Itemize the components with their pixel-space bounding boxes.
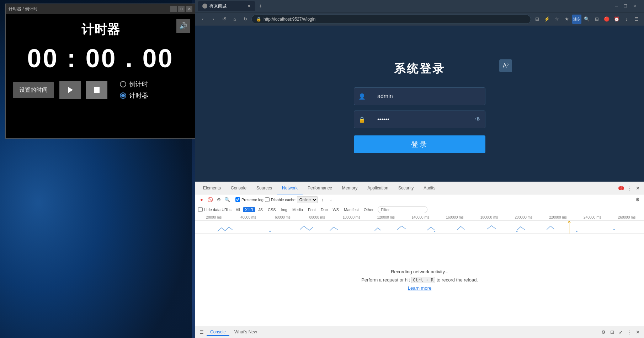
devtools-close2-button[interactable]: ✕: [634, 329, 641, 336]
timer-heading: 计时器: [81, 21, 120, 38]
clock-button[interactable]: ⏰: [612, 15, 621, 24]
bottom-tab-console[interactable]: Console: [207, 329, 229, 336]
devtools-tab-application[interactable]: Application: [362, 182, 393, 194]
devtools-tab-performance[interactable]: Performance: [303, 182, 337, 194]
timer-radio-item[interactable]: 计时器: [120, 91, 148, 100]
nav-refresh-button[interactable]: ↺: [219, 15, 229, 24]
learn-more-link[interactable]: Learn more: [408, 285, 431, 291]
filter-doc[interactable]: Doc: [319, 207, 330, 212]
login-button[interactable]: 登录: [354, 135, 485, 153]
devtools-more-button[interactable]: ⋮: [626, 185, 633, 192]
eye-icon[interactable]: 👁: [475, 116, 481, 123]
lock-input-icon: 🔒: [358, 116, 366, 123]
devtools-toolbar: ● 🚫 ⊝ 🔍 Preserve log Disable cache Onlin…: [195, 194, 644, 205]
close-button[interactable]: ✕: [186, 6, 192, 12]
stop-icon: [93, 86, 100, 93]
menu-button[interactable]: ☰: [632, 15, 641, 24]
filter-xhr[interactable]: XHR: [243, 207, 255, 212]
devtools-close-button[interactable]: ✕: [634, 185, 641, 192]
hide-data-urls-checkbox[interactable]: Hide data URLs: [198, 207, 231, 212]
devtools-dock-button[interactable]: ⊡: [608, 329, 616, 336]
throttle-select[interactable]: Online: [297, 196, 318, 203]
bottom-tab-whatsnew[interactable]: What's New: [231, 329, 261, 336]
filter-manifest[interactable]: Manifest: [342, 207, 361, 212]
filter-ws[interactable]: WS: [330, 207, 341, 212]
preserve-log-checkbox[interactable]: Preserve log: [235, 197, 264, 202]
search-network-button[interactable]: 🔍: [224, 196, 231, 203]
browser-tab-active[interactable]: 有来商城 ✕: [198, 1, 255, 11]
stop-button[interactable]: [86, 81, 107, 99]
bookmark-button[interactable]: ⚡: [542, 15, 552, 24]
tab-close-button[interactable]: ✕: [247, 4, 251, 9]
devtools-controls: 3 ⋮ ✕: [618, 185, 641, 192]
devtools-undock-button[interactable]: ⤢: [617, 329, 624, 336]
filter-img[interactable]: Img: [279, 207, 289, 212]
countdown-radio-item[interactable]: 倒计时: [120, 80, 148, 88]
browser-window-controls: ─ ❐ ✕: [613, 2, 638, 10]
settings-network-button[interactable]: ⚙: [634, 196, 641, 203]
disable-cache-checkbox[interactable]: Disable cache: [265, 197, 296, 202]
set-time-button[interactable]: 设置的时间: [13, 82, 54, 98]
extensions-button[interactable]: ⊞: [532, 15, 542, 24]
translate-button[interactable]: A²: [499, 59, 512, 72]
play-button[interactable]: [59, 81, 81, 99]
nav-reload-button[interactable]: ↻: [241, 15, 250, 24]
new-tab-button[interactable]: +: [256, 1, 266, 11]
browser-close-button[interactable]: ✕: [630, 2, 638, 10]
clear-button[interactable]: 🚫: [207, 196, 214, 203]
timeline-labels: 20000 ms 40000 ms 60000 ms 80000 ms 1000…: [195, 214, 644, 221]
login-title: 系统登录: [394, 61, 445, 77]
browser-restore-button[interactable]: ❐: [622, 2, 629, 10]
devtools-more2-button[interactable]: ⋮: [626, 329, 633, 336]
upload-button[interactable]: ↑: [319, 196, 326, 203]
tl-140000: 140000 ms: [403, 215, 438, 219]
hide-data-urls-label: Hide data URLs: [204, 208, 231, 212]
devtools-tab-memory[interactable]: Memory: [337, 182, 362, 194]
filter-font[interactable]: Font: [306, 207, 318, 212]
password-input[interactable]: 🔒 •••••• 👁: [354, 111, 485, 128]
disable-cache-label: Disable cache: [271, 198, 296, 202]
disable-cache-input: [265, 197, 270, 202]
devtools-tab-audits[interactable]: Audits: [419, 182, 440, 194]
tl-200000: 200000 ms: [506, 215, 541, 219]
devtools-bottom-menu[interactable]: ☰: [198, 329, 205, 336]
nav-home-button[interactable]: ⌂: [230, 15, 239, 24]
filter-input[interactable]: [378, 206, 427, 213]
devtools-tab-sources[interactable]: Sources: [251, 182, 277, 194]
keyboard-shortcut: Ctrl + R: [411, 277, 435, 283]
record-button[interactable]: ●: [198, 196, 205, 203]
filter-css[interactable]: CSS: [266, 207, 278, 212]
notification-button[interactable]: 🔴: [602, 15, 611, 24]
filter-other[interactable]: Other: [362, 207, 376, 212]
star-filled-button[interactable]: ★: [562, 15, 571, 24]
filter-button[interactable]: ⊝: [215, 196, 222, 203]
star-button[interactable]: ☆: [552, 15, 561, 24]
devtools-tab-security[interactable]: Security: [393, 182, 419, 194]
nav-forward-button[interactable]: ›: [209, 15, 218, 24]
volume-button[interactable]: 🔊: [176, 19, 190, 33]
username-input[interactable]: 👤 admin: [354, 87, 485, 105]
browser-minimize-button[interactable]: ─: [613, 2, 621, 10]
filter-js[interactable]: JS: [256, 207, 265, 212]
username-value: admin: [368, 93, 393, 100]
devtools-tab-network[interactable]: Network: [277, 182, 303, 194]
devtools-settings-button[interactable]: ⚙: [600, 329, 607, 336]
devtools-tab-elements[interactable]: Elements: [198, 182, 226, 194]
devtools-tab-console[interactable]: Console: [226, 182, 251, 194]
download-nav-button[interactable]: ↓: [622, 15, 631, 24]
svg-point-3: [434, 231, 435, 232]
tl-100000: 100000 ms: [334, 215, 369, 219]
download-button[interactable]: ↓: [328, 196, 335, 203]
address-bar[interactable]: 🔒 http://localhost:9527/#/login: [251, 15, 531, 24]
ext2-button[interactable]: 浦东: [572, 15, 581, 24]
maximize-button[interactable]: □: [178, 6, 185, 12]
lock-icon: 🔒: [256, 17, 261, 22]
minimize-button[interactable]: ─: [170, 6, 177, 12]
filter-all[interactable]: All: [234, 207, 242, 212]
filter-media[interactable]: Media: [290, 207, 305, 212]
countdown-radio-circle: [120, 81, 126, 87]
search-btn[interactable]: 🔍: [582, 15, 591, 24]
nav-back-button[interactable]: ‹: [198, 15, 207, 24]
grid-button[interactable]: ⊞: [592, 15, 601, 24]
browser-page: 系统登录 A² 👤 admin 🔒 •••••• 👁 登录: [195, 26, 644, 182]
